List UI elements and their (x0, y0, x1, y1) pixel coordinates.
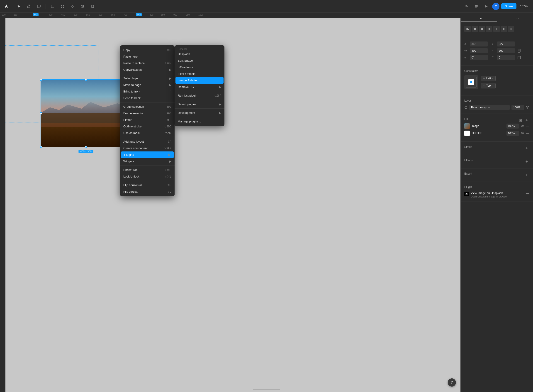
layer-mode-select[interactable]: Pass through (469, 105, 510, 110)
align-bottom[interactable] (500, 26, 507, 32)
ctx-move-to-page[interactable]: Move to page ▶ (120, 82, 175, 88)
corner-input[interactable] (497, 55, 515, 60)
plugin-remove[interactable]: — (526, 191, 529, 196)
ctx-show-hide[interactable]: Show/Hide ⇧⌘H (120, 167, 175, 173)
ctx-paste-here[interactable]: Paste here (120, 53, 175, 60)
stroke-add-btn[interactable]: + (524, 145, 529, 151)
ctx-flip-h[interactable]: Flip horizontal ⇧H (120, 182, 175, 188)
constraint-v-select[interactable]: Top (481, 83, 496, 89)
bottom-scrollbar[interactable] (253, 389, 280, 390)
angle-input[interactable] (470, 55, 488, 60)
library-btn[interactable] (472, 2, 480, 10)
play-btn[interactable] (482, 2, 490, 10)
align-right[interactable] (479, 26, 485, 32)
ctx-plugins[interactable]: Plugins ▶ (121, 151, 174, 158)
angle-corner-row: ↺ ⌒ (464, 55, 529, 60)
contrast-tool-btn[interactable] (79, 2, 87, 10)
ctx-paste-replace[interactable]: Paste to replace ⇧⌘R (120, 60, 175, 66)
corner-icon: ⌒ (491, 56, 495, 59)
ctx-sep-3 (120, 137, 175, 137)
ctx-group[interactable]: Group selection ⌘G (120, 103, 175, 110)
w-input[interactable] (470, 48, 488, 53)
fill-image-opacity[interactable] (506, 124, 519, 129)
ctx-flatten[interactable]: Flatten ⌘E (120, 117, 175, 123)
constraint-selects: Left Top (481, 76, 496, 89)
component-tool-btn[interactable] (58, 2, 67, 10)
ctx-send-back[interactable]: Send to back [ (120, 95, 175, 101)
wh-row: W H (464, 48, 529, 53)
corner-type-btn[interactable] (517, 55, 521, 60)
resize-handle-bl[interactable] (40, 146, 42, 148)
submenu-split-shape[interactable]: Split Shape (175, 57, 224, 64)
resize-handle-tl[interactable] (40, 79, 42, 81)
ctx-frame[interactable]: Frame selection ⌥⌘G (120, 110, 175, 117)
layer-visibility-btn[interactable] (526, 105, 529, 110)
fill-grid-btn[interactable]: ⊞ (518, 118, 523, 123)
canvas-image-frame[interactable]: 400 × 300 (41, 79, 131, 147)
resize-handle-ml[interactable] (40, 112, 42, 115)
share-button[interactable]: Share (501, 3, 516, 9)
user-avatar[interactable]: T (492, 3, 500, 10)
export-add-btn[interactable]: + (524, 172, 529, 178)
fill-hex-visibility[interactable] (521, 131, 524, 135)
fill-image-remove[interactable]: — (526, 124, 529, 128)
h-input[interactable] (497, 48, 515, 53)
code-view-btn[interactable] (462, 2, 470, 10)
submenu-run-last[interactable]: Run last plugin ⌥⌘P (175, 92, 224, 99)
submenu-unsplash[interactable]: Unsplash (175, 51, 224, 57)
ctx-flip-v[interactable]: Flip vertical ⇧V (120, 188, 175, 195)
ctx-outline-stroke[interactable]: Outline stroke ⌥⌘O (120, 123, 175, 130)
fill-hex-remove[interactable]: — (526, 131, 529, 135)
ctx-widgets[interactable]: Widgets ▶ (120, 158, 175, 165)
constrain-proportions-btn[interactable] (517, 48, 521, 53)
align-center-h[interactable] (472, 26, 478, 32)
align-top[interactable] (486, 26, 492, 32)
x-input[interactable] (470, 42, 488, 47)
submenu-image-palette[interactable]: Image Palette (175, 77, 224, 84)
move-tool-btn[interactable] (15, 2, 23, 10)
ruler-mark: 650 (111, 14, 115, 16)
submenu-development[interactable]: Development ▶ (175, 109, 224, 116)
comment-tool-btn[interactable] (35, 2, 43, 10)
app-logo[interactable] (4, 4, 9, 9)
layer-opacity-input[interactable] (511, 105, 524, 110)
constraint-h-select[interactable]: Left (481, 76, 496, 81)
ctx-lock-unlock[interactable]: Lock/Unlock ⇧⌘L (120, 173, 175, 180)
pen-tool-btn[interactable] (69, 2, 77, 10)
effects-add-btn[interactable]: + (524, 159, 529, 164)
submenu-manage-plugins[interactable]: Manage plugins... (175, 118, 224, 125)
fill-hex-opacity[interactable] (506, 131, 519, 136)
canvas[interactable]: 400 × 300 (5, 18, 460, 392)
frame-tool-btn[interactable] (48, 2, 57, 10)
fill-hex-swatch[interactable] (464, 131, 470, 136)
ctx-outline-stroke-label: Outline stroke (123, 125, 141, 128)
help-button[interactable]: ? (448, 378, 456, 387)
fill-image-visibility[interactable] (521, 124, 524, 128)
submenu-remove-bg[interactable]: Remove BG ▶ (175, 84, 224, 90)
ctx-copy[interactable]: Copy ⌘C (120, 47, 175, 53)
ctx-select-layer[interactable]: Select layer ▶ (120, 75, 175, 82)
ctx-group-shortcut: ⌘G (167, 105, 171, 108)
hand-tool-btn[interactable] (25, 2, 33, 10)
submenu-uigradients[interactable]: uiGradients (175, 64, 224, 70)
fill-image-swatch[interactable] (464, 123, 470, 129)
submenu-saved-plugins[interactable]: Saved plugins ▶ (175, 101, 224, 107)
ruler-vertical (0, 18, 5, 392)
ctx-copy-paste-as[interactable]: Copy/Paste as ▶ (120, 66, 175, 73)
zoom-indicator[interactable]: 107% (518, 4, 529, 9)
ctx-use-mask[interactable]: Use as mask ^⌥M (120, 130, 175, 136)
ctx-move-to-page-arrow: ▶ (169, 84, 171, 87)
fill-add-btn[interactable]: + (524, 118, 529, 123)
resize-handle-bm[interactable] (85, 146, 87, 148)
ctx-create-component[interactable]: Create component ⌥⌘K (120, 145, 175, 151)
distribute-h[interactable] (508, 26, 514, 32)
submenu-filter-effects[interactable]: Filter / effects (175, 70, 224, 77)
align-left[interactable] (464, 26, 471, 32)
ctx-bring-front[interactable]: Bring to front ] (120, 88, 175, 95)
crop-tool-btn[interactable] (89, 2, 97, 10)
ctx-auto-layout[interactable]: Add auto layout ⇧A (120, 138, 175, 145)
resize-handle-tm[interactable] (85, 79, 87, 81)
y-input[interactable] (497, 42, 515, 47)
align-center-v[interactable] (493, 26, 500, 32)
submenu-sep-1 (175, 91, 224, 91)
